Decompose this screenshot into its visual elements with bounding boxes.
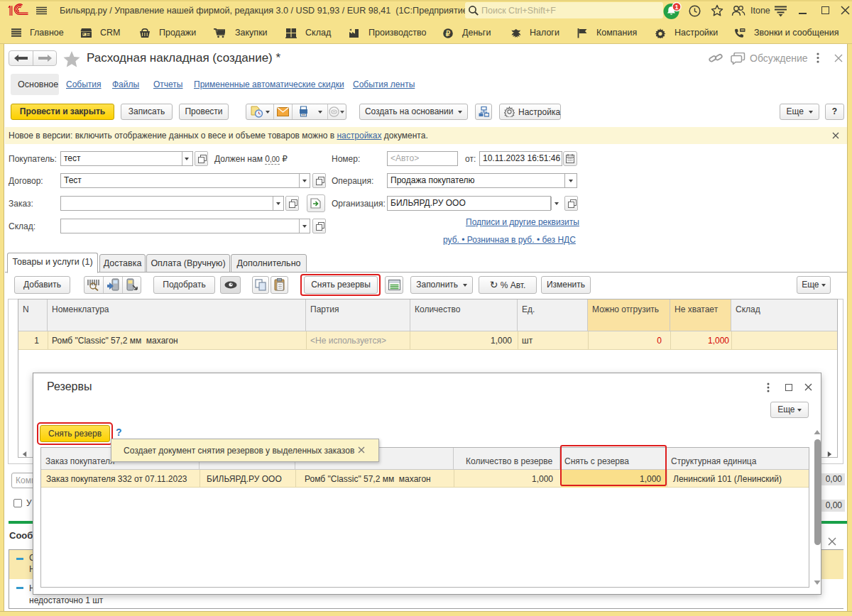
svg-text:₽: ₽ — [446, 30, 451, 38]
svg-text:1: 1 — [674, 4, 678, 11]
